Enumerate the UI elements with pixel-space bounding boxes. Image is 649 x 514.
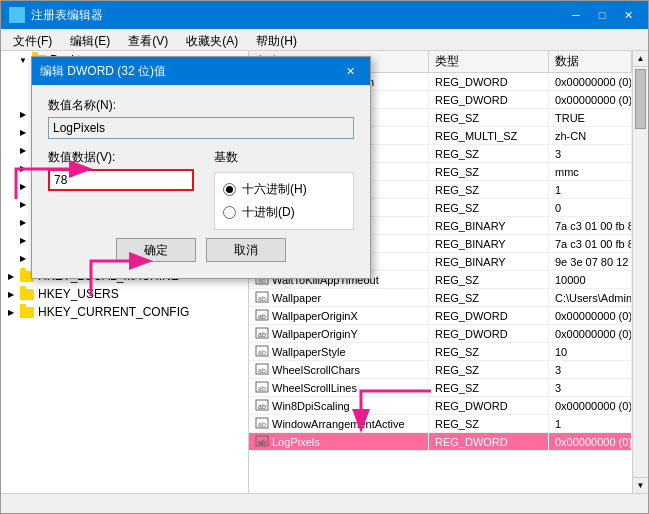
radio-hex[interactable]: 十六进制(H)	[223, 181, 345, 198]
radio-dec[interactable]: 十进制(D)	[223, 204, 345, 221]
radio-dec-btn[interactable]	[223, 206, 236, 219]
value-name-input[interactable]	[48, 117, 354, 139]
radio-hex-label: 十六进制(H)	[242, 181, 307, 198]
value-name-label: 数值名称(N):	[48, 97, 354, 114]
value-data-input[interactable]	[48, 169, 194, 191]
dialog-title: 编辑 DWORD (32 位)值	[40, 63, 166, 80]
cancel-button[interactable]: 取消	[206, 238, 286, 262]
dialog-overlay: 编辑 DWORD (32 位)值 ✕ 数值名称(N): 数值数据(V): 基数	[1, 1, 649, 514]
value-data-label: 数值数据(V):	[48, 149, 194, 166]
radio-dec-label: 十进制(D)	[242, 204, 295, 221]
dialog-close-button[interactable]: ✕	[338, 61, 362, 81]
dialog-body: 数值名称(N): 数值数据(V): 基数 十六进制(H)	[32, 85, 370, 278]
radix-section: 数值数据(V): 基数 十六进制(H) 十进制(D)	[48, 149, 354, 230]
value-name-group: 数值名称(N):	[48, 97, 354, 139]
confirm-button[interactable]: 确定	[116, 238, 196, 262]
dialog-buttons: 确定 取消	[48, 230, 354, 266]
value-data-group: 数值数据(V):	[48, 149, 194, 230]
radix-label: 基数	[214, 149, 354, 166]
radix-group: 基数 十六进制(H) 十进制(D)	[214, 149, 354, 230]
radio-hex-btn[interactable]	[223, 183, 236, 196]
edit-dword-dialog: 编辑 DWORD (32 位)值 ✕ 数值名称(N): 数值数据(V): 基数	[31, 56, 371, 279]
radio-group: 十六进制(H) 十进制(D)	[214, 172, 354, 230]
dialog-title-bar: 编辑 DWORD (32 位)值 ✕	[32, 57, 370, 85]
